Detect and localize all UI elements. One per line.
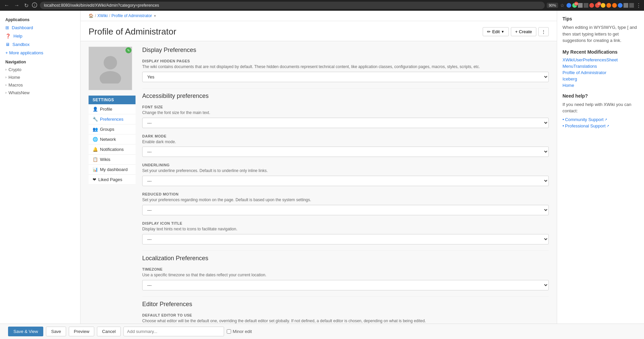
preview-button[interactable]: Preview: [69, 327, 94, 336]
breadcrumb-sep1: /: [95, 13, 96, 18]
minor-edit-label[interactable]: Minor edit: [227, 329, 252, 334]
sidebar-item-dashboard[interactable]: ⊞ Dashboard: [0, 23, 80, 32]
external-link-icon2: ↗: [606, 124, 609, 128]
dark-mode-field: DARK MODE Enable dark mode. ---: [142, 134, 549, 157]
breadcrumb-dropdown[interactable]: ▼: [153, 14, 157, 18]
bottom-bar: Save & View Save Preview Cancel Minor ed…: [0, 324, 644, 339]
settings-nav-notifications[interactable]: 🔔 Notifications: [89, 145, 136, 155]
create-label: + Create: [515, 29, 532, 34]
settings-nav-profile[interactable]: 👤 Profile: [89, 104, 136, 114]
tips-text: When editing in WYSIWYG, type [ and then…: [562, 24, 639, 44]
profile-icon: 👤: [93, 107, 98, 112]
timezone-desc: Use a specific timezone so that the date…: [142, 272, 549, 278]
more-actions-button[interactable]: ⋮: [538, 27, 549, 36]
settings-nav-network[interactable]: 🌐 Network: [89, 134, 136, 145]
more-apps-label: + More applications: [5, 50, 43, 55]
liked-icon: ❤: [93, 177, 96, 182]
hidden-pages-field: DISPLAY HIDDEN PAGES The wiki contains d…: [142, 59, 549, 82]
breadcrumb-home[interactable]: 🏠: [89, 13, 94, 18]
nav-chevron: ›: [5, 75, 6, 79]
menu-icon[interactable]: ⋮: [636, 2, 641, 9]
minor-edit-checkbox[interactable]: [227, 329, 231, 334]
svg-text:i: i: [34, 3, 35, 7]
breadcrumb-profile[interactable]: Profile of Administrator: [111, 13, 152, 18]
settings-nav-dashboard[interactable]: 📊 My dashboard: [89, 165, 136, 175]
nav-chevron: ›: [5, 91, 6, 95]
more-apps-button[interactable]: + More applications: [0, 49, 80, 57]
sandbox-icon: 🖥: [5, 42, 10, 47]
need-help-title: Need help?: [562, 93, 639, 99]
create-button[interactable]: + Create: [511, 27, 536, 36]
dark-mode-label: DARK MODE: [142, 134, 549, 138]
accessibility-preferences-title: Accessibility preferences: [142, 93, 549, 101]
reduced-motion-desc: Set your preferences regarding motion on…: [142, 197, 549, 203]
nav-item-home[interactable]: › Home: [0, 73, 80, 81]
localization-preferences-title: Localization Preferences: [142, 255, 549, 263]
liked-nav-label: Liked Pages: [98, 177, 122, 182]
nav-item-macros[interactable]: › Macros: [0, 81, 80, 89]
back-button[interactable]: ←: [3, 2, 11, 9]
underline-desc: Set your underline preferences. Default …: [142, 168, 549, 174]
dashboard-label: Dashboard: [12, 25, 33, 30]
display-icon-select[interactable]: ---: [142, 234, 549, 244]
form-area: Display Preferences DISPLAY HIDDEN PAGES…: [134, 41, 557, 324]
hidden-pages-label: DISPLAY HIDDEN PAGES: [142, 59, 549, 63]
display-icon-field: DISPLAY ICON TITLE Display text hints ne…: [142, 221, 549, 244]
save-button[interactable]: Save: [46, 327, 66, 336]
settings-nav-liked[interactable]: ❤ Liked Pages: [89, 175, 136, 185]
forward-button[interactable]: →: [13, 2, 21, 9]
star-icon[interactable]: ☆: [560, 3, 565, 8]
timezone-select[interactable]: ---: [142, 280, 549, 290]
timezone-label: TIMEZONE: [142, 267, 549, 271]
font-size-field: FONT SIZE Change the font size for the m…: [142, 105, 549, 128]
recent-item-1[interactable]: XWikiUserPreferencesSheet: [562, 57, 639, 62]
professional-support-link[interactable]: • Professional Support ↗: [562, 123, 639, 128]
sidebar-item-sandbox[interactable]: 🖥 Sandbox: [0, 40, 80, 49]
profile-nav-label: Profile: [100, 107, 112, 112]
need-help-text: If you need help with XWiki you can cont…: [562, 101, 639, 114]
nav-item-whatsnew[interactable]: › WhatsNew: [0, 89, 80, 97]
reduced-motion-select[interactable]: ---: [142, 205, 549, 215]
preferences-icon: 🔧: [93, 117, 98, 122]
sandbox-label: Sandbox: [12, 42, 30, 47]
community-support-link[interactable]: • Community Support ↗: [562, 117, 639, 122]
breadcrumb-xwiki[interactable]: XWiki: [97, 13, 108, 18]
font-size-desc: Change the font size for the main text.: [142, 110, 549, 116]
font-size-label: FONT SIZE: [142, 105, 549, 109]
help-label: Help: [13, 34, 22, 39]
avatar: [89, 47, 132, 90]
dark-mode-desc: Enable dark mode.: [142, 139, 549, 145]
edit-button[interactable]: ✏ Edit ▼: [483, 27, 508, 36]
refresh-button[interactable]: ↻: [23, 2, 30, 9]
recent-item-4[interactable]: Iceberg: [562, 76, 639, 81]
avatar-edit-icon[interactable]: ✎: [125, 47, 131, 53]
recent-item-5[interactable]: Home: [562, 83, 639, 88]
underline-select[interactable]: ---: [142, 176, 549, 186]
settings-nav-groups[interactable]: 👥 Groups: [89, 124, 136, 134]
nav-label: Crypto: [8, 67, 21, 72]
cancel-button[interactable]: Cancel: [97, 327, 120, 336]
preferences-nav-label: Preferences: [100, 117, 123, 122]
settings-nav: SETTINGS 👤 Profile 🔧 Preferences 👥 Group…: [89, 96, 136, 185]
font-size-select[interactable]: ---: [142, 118, 549, 128]
dark-mode-select[interactable]: ---: [142, 147, 549, 157]
url-bar[interactable]: [40, 2, 545, 9]
summary-input[interactable]: [123, 327, 224, 336]
reduced-motion-label: REDUCED MOTION: [142, 192, 549, 196]
hidden-pages-select[interactable]: Yes No ---: [142, 72, 549, 82]
sidebar-item-help[interactable]: ❓ Help: [0, 32, 80, 40]
edit-dropdown-icon[interactable]: ▼: [501, 30, 504, 34]
wikis-nav-label: Wikis: [100, 157, 110, 162]
save-view-button[interactable]: Save & View: [8, 327, 43, 336]
right-sidebar: Tips When editing in WYSIWYG, type [ and…: [557, 11, 644, 324]
timezone-field: TIMEZONE Use a specific timezone so that…: [142, 267, 549, 290]
avatar-container: ✎: [89, 47, 132, 90]
settings-nav-preferences[interactable]: 🔧 Preferences: [89, 114, 136, 124]
browser-extensions: 56 10: [567, 3, 634, 8]
display-icon-label: DISPLAY ICON TITLE: [142, 221, 549, 225]
recent-item-3[interactable]: Profile of Administrator: [562, 70, 639, 75]
dashboard-nav-icon: 📊: [93, 167, 98, 172]
settings-nav-wikis[interactable]: 📋 Wikis: [89, 155, 136, 165]
recent-item-2[interactable]: MenuTranslations: [562, 64, 639, 69]
nav-item-crypto[interactable]: › Crypto: [0, 66, 80, 73]
